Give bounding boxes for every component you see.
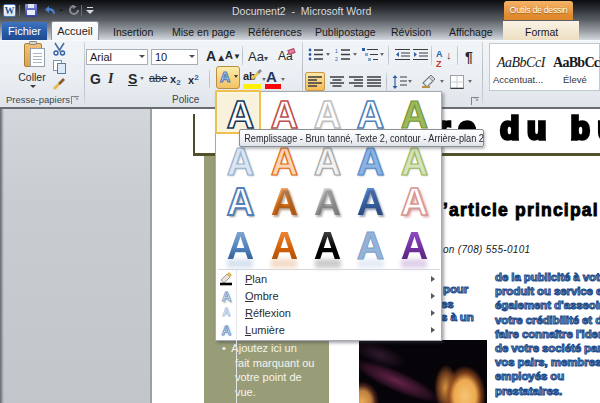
- svg-text:2: 2: [335, 56, 338, 61]
- svg-text:1: 1: [335, 48, 338, 54]
